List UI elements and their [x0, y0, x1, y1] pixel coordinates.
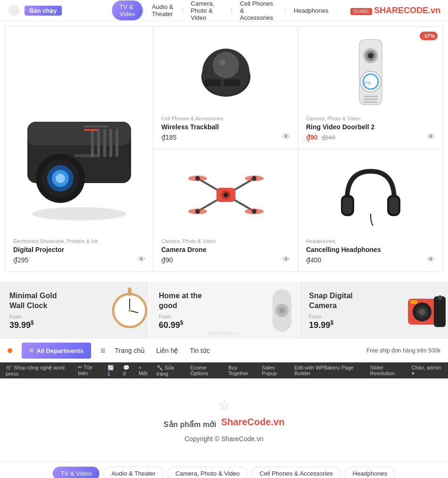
- svg-rect-13: [116, 129, 118, 157]
- headphones-image: [335, 162, 406, 228]
- promo-section: Minimal GoldWall Clock From 39.99$ Home …: [0, 282, 448, 338]
- headphones-price-row: ₫400: [306, 256, 435, 264]
- admin-sales-popup[interactable]: Sales Popup: [262, 365, 289, 376]
- svg-point-0: [8, 5, 20, 16]
- product-card-headphones[interactable]: Headphones Cancelling Headphones ₫400 👁: [298, 149, 443, 272]
- trackball-price: ₫185: [161, 134, 176, 141]
- tab-cell-phones[interactable]: Cell Phones & Accessories: [232, 0, 285, 24]
- admin-edit-page[interactable]: 🔧 Sửa trang: [157, 365, 185, 377]
- promo-text-clock: Minimal GoldWall Clock From 39.99$: [9, 291, 57, 330]
- doorbell-category: Camera, Photo & Video: [306, 116, 435, 121]
- product-card-drone[interactable]: Camera, Photo & Video Camera Drone ₫90 👁: [153, 149, 298, 272]
- svg-rect-9: [91, 129, 94, 157]
- drone-eye-icon[interactable]: 👁: [282, 255, 290, 264]
- admin-shop[interactable]: 🛒 Shop công nghệ word press: [6, 365, 72, 377]
- headphones-price: ₫400: [306, 256, 321, 264]
- free-ship-text: Free ship đơn hàng trên 500k: [366, 347, 440, 354]
- svg-point-44: [252, 176, 257, 181]
- projector-price: ₫295: [13, 256, 28, 264]
- footer-brand: ShareCode.vn: [221, 417, 284, 428]
- trackball-eye-icon[interactable]: 👁: [282, 133, 290, 141]
- bottom-bar: ≡ All Departments ≡ Trang chủ Liên hệ Ti…: [0, 338, 448, 362]
- promo-from-clock: From: [9, 314, 57, 319]
- admin-buy-together[interactable]: Buy Together: [228, 365, 256, 376]
- menu-icon[interactable]: ≡: [100, 346, 106, 356]
- svg-point-46: [252, 209, 257, 214]
- footer-tabs: TV & Video Audio & Theater Camera, Photo…: [0, 461, 448, 478]
- projector-category: Electronics Showcase, Printers & Ink: [13, 238, 145, 244]
- promo-card-clock[interactable]: Minimal GoldWall Clock From 39.99$: [0, 282, 149, 338]
- admin-comments[interactable]: 💬 0: [123, 365, 133, 377]
- drone-image: [188, 164, 264, 226]
- footer-tab-cell-phones[interactable]: Cell Phones & Accessories: [251, 467, 340, 478]
- headphones-name: Cancelling Headphones: [306, 246, 435, 253]
- footer-new-products-label: Sản phẩm mới: [164, 420, 216, 429]
- svg-point-20: [213, 52, 239, 78]
- admin-updates[interactable]: 🔄 1: [108, 365, 117, 377]
- product-card-digital-projector[interactable]: UHOOGOO Electronics Showcase, Printers &…: [5, 26, 153, 272]
- svg-point-57: [128, 309, 131, 312]
- admin-ecome[interactable]: Ecome Options: [191, 365, 223, 376]
- promo-text-camera: Snap DigitalCamera From 19.99$: [309, 291, 352, 330]
- svg-rect-34: [364, 101, 378, 103]
- trackball-image-wrap: [161, 34, 290, 110]
- projector-name: Digital Projector: [13, 246, 145, 253]
- nav-news[interactable]: Tin tức: [190, 347, 210, 354]
- all-dept-label: All Departments: [36, 347, 83, 354]
- svg-text:UHOOGOO: UHOOGOO: [75, 153, 97, 158]
- admin-bar: 🛒 Shop công nghệ word press ✏ Tùy biến 🔄…: [0, 362, 448, 378]
- doorbell-price-row: ₫90 ₫240: [306, 134, 435, 141]
- footer-tab-camera[interactable]: Camera, Photo & Video: [167, 467, 248, 478]
- svg-point-49: [224, 193, 228, 197]
- svg-rect-23: [224, 79, 240, 86]
- footer-section: ☆ Sản phẩm mới ShareCode.vn Copyright © …: [0, 378, 448, 461]
- bottom-nav-links: Trang chủ Liên hệ Tin tức: [115, 347, 210, 354]
- nav-home[interactable]: Trang chủ: [115, 347, 145, 354]
- footer-tab-tv-video[interactable]: TV & Video: [53, 467, 100, 478]
- products-grid: UHOOGOO Electronics Showcase, Printers &…: [5, 26, 443, 272]
- all-departments-button[interactable]: ≡ All Departments: [22, 343, 91, 359]
- promo-from-camera: From: [309, 314, 352, 319]
- svg-rect-53: [389, 197, 398, 214]
- projector-price-row: ₫295: [13, 256, 145, 264]
- headphones-eye-icon[interactable]: 👁: [427, 255, 435, 264]
- svg-rect-14: [84, 126, 108, 127]
- tab-camera-photo[interactable]: Camera, Photo & Video: [183, 0, 231, 24]
- admin-new[interactable]: + Mới: [139, 365, 151, 377]
- trackball-category: Cell Phones & Accessories: [161, 116, 290, 121]
- svg-rect-32: [364, 96, 378, 97]
- projector-eye-icon[interactable]: 👁: [138, 255, 145, 264]
- footer-tab-headphones[interactable]: Headphones: [345, 467, 396, 478]
- hamburger-icon: ≡: [29, 346, 33, 355]
- drone-price-row: ₫90: [161, 256, 290, 264]
- rocket-icon: 🚀: [8, 4, 21, 17]
- watermark: ShareCode.vn: [207, 330, 241, 336]
- admin-slider[interactable]: Slider Revolution: [370, 365, 406, 376]
- promo-card-camera[interactable]: Snap DigitalCamera From 19.99$: [299, 282, 448, 338]
- promo-price-home: 60.99$: [159, 319, 202, 330]
- admin-wpbakery[interactable]: Edit with WPBakery Page Builder: [294, 365, 365, 376]
- nav-tabs: TV & Video | Audio & Theater | Camera, P…: [112, 0, 336, 24]
- header: 🚀 Bán chạy TV & Video | Audio & Theater …: [0, 0, 448, 21]
- footer-tab-audio[interactable]: Audio & Theater: [103, 467, 164, 478]
- projector-image: UHOOGOO: [13, 75, 145, 226]
- svg-rect-33: [364, 99, 378, 100]
- logo-area: 🚀 Bán chạy: [8, 4, 62, 17]
- admin-hello: Chào, admin ▾: [412, 365, 442, 377]
- doorbell-price-current: ₫90: [306, 134, 318, 141]
- product-card-doorbell[interactable]: -57% ring: [298, 26, 443, 149]
- doorbell-eye-icon[interactable]: 👁: [427, 133, 435, 141]
- svg-rect-64: [434, 296, 446, 327]
- product-card-trackball[interactable]: Cell Phones & Accessories Wireless Track…: [153, 26, 298, 149]
- products-section: UHOOGOO Electronics Showcase, Printers &…: [0, 21, 448, 277]
- tab-tv-video[interactable]: TV & Video: [112, 0, 143, 20]
- svg-text:ring: ring: [364, 80, 371, 85]
- admin-customize[interactable]: ✏ Tùy biến: [78, 364, 101, 377]
- doorbell-image-wrap: ring: [306, 34, 435, 110]
- nav-contact[interactable]: Liên hệ: [156, 347, 178, 354]
- svg-point-8: [56, 174, 65, 183]
- promo-card-home[interactable]: Home at thegood From 60.99$ ShareCode.vn: [149, 282, 299, 338]
- svg-rect-12: [109, 129, 112, 157]
- tab-audio-theater[interactable]: Audio & Theater: [144, 0, 182, 20]
- tab-headphones[interactable]: Headphones: [286, 4, 336, 17]
